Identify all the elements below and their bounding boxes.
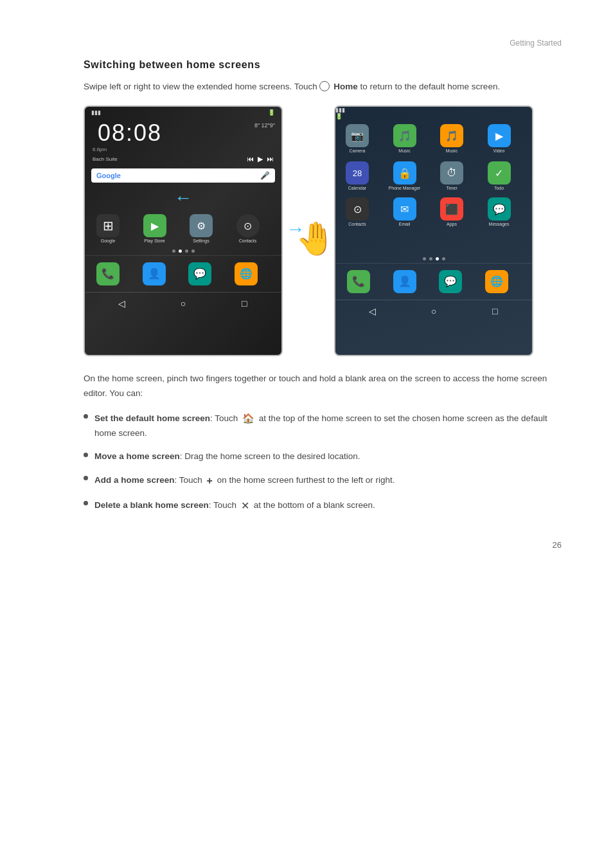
list-item-move-home: Move a home screen: Drag the home screen…: [84, 449, 562, 464]
mic-icon: 🎤: [260, 171, 270, 180]
browser-icon: 🌐: [235, 262, 258, 285]
app-icon: ▶ Video: [483, 123, 516, 154]
gesture-container: → 🤚: [283, 105, 334, 356]
app-icon: 🎵 Music: [388, 123, 422, 154]
right-app-grid-row3: ⊙ Contacts ✉ Email ⬛ Apps 💬 Messages: [335, 194, 532, 230]
phone-screenshots-row: ▮▮▮ 🔋 08:08 6.6pm 8" 12"9" Bach Suite ⏮ …: [84, 105, 562, 356]
signal-icons: ▮▮▮: [335, 107, 532, 113]
app-grid-icon: ⊞: [96, 214, 120, 237]
contacts-icon: 👤: [143, 262, 166, 285]
recents-button: □: [488, 304, 502, 318]
app-grid-icon: ⊙: [236, 214, 260, 237]
section-title: Switching between home screens: [84, 59, 562, 71]
bottom-dock: 📞 👤 💬 🌐: [85, 255, 281, 292]
app-grid-icon: ▶: [488, 124, 511, 147]
list-item-add-home: Add a home screen: Touch + on the home s…: [84, 473, 562, 489]
browser-icon: 🌐: [485, 270, 508, 293]
dot: [191, 249, 195, 253]
check-icon: ✓: [488, 161, 511, 185]
app-grid-icon: 🎵: [393, 124, 416, 147]
nav-bar: ◁ ○ □: [85, 292, 281, 314]
home-button-icon: [319, 81, 330, 91]
dot: [429, 257, 432, 260]
app-icon: ⊙ Contacts: [341, 197, 374, 228]
prev-btn: ⏮: [247, 155, 254, 163]
google-search-bar[interactable]: Google 🎤: [91, 168, 275, 183]
page-header: Getting Started: [84, 39, 562, 48]
time-display: 08:08 6.6pm: [91, 118, 168, 152]
back-button: ◁: [366, 304, 380, 318]
date-sub: 6.6pm: [91, 147, 168, 152]
dock-browser: 🌐: [480, 266, 513, 297]
google-logo: Google: [96, 172, 121, 179]
app-icon: 📷 Camera: [341, 123, 374, 154]
recents-button: □: [237, 296, 251, 311]
home-button: ○: [176, 296, 190, 311]
settings-icon: ⚙: [190, 214, 213, 237]
signal-icons: ▮▮▮: [91, 109, 101, 116]
battery-icon: 🔋: [268, 109, 275, 116]
header-text: Getting Started: [510, 39, 562, 48]
dot: [423, 257, 426, 260]
bullet-dot: [84, 501, 88, 505]
app-icon: ▶ Play Store: [138, 213, 172, 244]
right-page-dots: [335, 255, 532, 263]
left-phone-mockup: ▮▮▮ 🔋 08:08 6.6pm 8" 12"9" Bach Suite ⏮ …: [84, 105, 283, 356]
app-icon: ✉ Email: [388, 197, 422, 228]
dock-contacts: 👤: [138, 258, 171, 289]
messages-icon: 💬: [188, 262, 211, 285]
back-button: ◁: [115, 296, 129, 311]
app-icon: ✓ Todo: [483, 161, 516, 192]
page-indicator-dots: [85, 247, 281, 255]
page-number: 26: [84, 540, 562, 550]
bullet-dot: [84, 414, 88, 419]
contacts-icon: 👤: [393, 270, 416, 293]
dock-phone: 📞: [91, 258, 125, 289]
dot-active: [179, 249, 182, 253]
app-icon: 💬 Messages: [483, 197, 516, 228]
right-date: 8" 12"9": [254, 118, 275, 129]
app-grid-icon: 🔒: [393, 161, 416, 185]
right-app-grid-top: 📷 Camera 🎵 Music 🎵 Music ▶ Video: [335, 120, 532, 158]
dock-messages: 💬: [183, 258, 217, 289]
music-controls: ⏮ ▶ ⏭: [247, 155, 274, 163]
battery-icon: 🔋: [335, 113, 532, 120]
app-grid-icon: 📷: [346, 124, 369, 147]
app-icon: ⊙ Contacts: [231, 213, 265, 244]
home-button: ○: [427, 304, 441, 318]
hand-icon: 🤚: [296, 219, 335, 257]
email-icon: ✉: [393, 197, 416, 221]
dock-messages: 💬: [434, 266, 467, 297]
dot: [442, 257, 445, 260]
music-title: Bach Suite: [93, 156, 247, 162]
dock-phone: 📞: [342, 266, 375, 297]
app-icon: ⚙ Settings: [184, 213, 218, 244]
app-grid-icon: ⬛: [440, 197, 463, 221]
timer-icon: ⏱: [440, 161, 463, 185]
app-grid-icon: ⊙: [346, 197, 369, 221]
app-icon: ⊞ Google: [91, 213, 125, 244]
right-bottom-dock: 📞 👤 💬 🌐: [335, 263, 532, 300]
messages-icon: 💬: [439, 270, 462, 293]
dot: [185, 249, 188, 253]
phone-icon: 📞: [96, 262, 120, 285]
x-icon: ✕: [241, 498, 249, 514]
body-paragraph: On the home screen, pinch two fingers to…: [84, 372, 562, 401]
app-grid-icon: 💬: [488, 197, 511, 221]
app-grid-icon: ▶: [143, 214, 166, 237]
intro-paragraph: Swipe left or right to view the extended…: [84, 80, 562, 94]
feature-list: Set the default home screen: Touch 🏠 at …: [84, 411, 562, 514]
music-section: Bach Suite ⏮ ▶ ⏭: [85, 152, 281, 166]
bullet-dot: [84, 453, 88, 457]
swipe-area: [335, 230, 532, 255]
dock-browser: 🌐: [229, 258, 263, 289]
right-nav-bar: ◁ ○ □: [335, 300, 532, 322]
house-icon: 🏠: [242, 411, 254, 426]
calendar-icon: 28: [346, 161, 369, 185]
app-grid-icon: 🎵: [440, 124, 463, 147]
right-phone-mockup: ▮▮▮ 🔋 📷 Camera 🎵 Music 🎵 Music ▶ Video: [334, 105, 533, 356]
app-icon: ⬛ Apps: [435, 197, 468, 228]
app-icon: ⏱ Timer: [435, 161, 468, 192]
dock-contacts: 👤: [388, 266, 422, 297]
app-icon: 🔒 Phone Manager: [388, 161, 422, 192]
